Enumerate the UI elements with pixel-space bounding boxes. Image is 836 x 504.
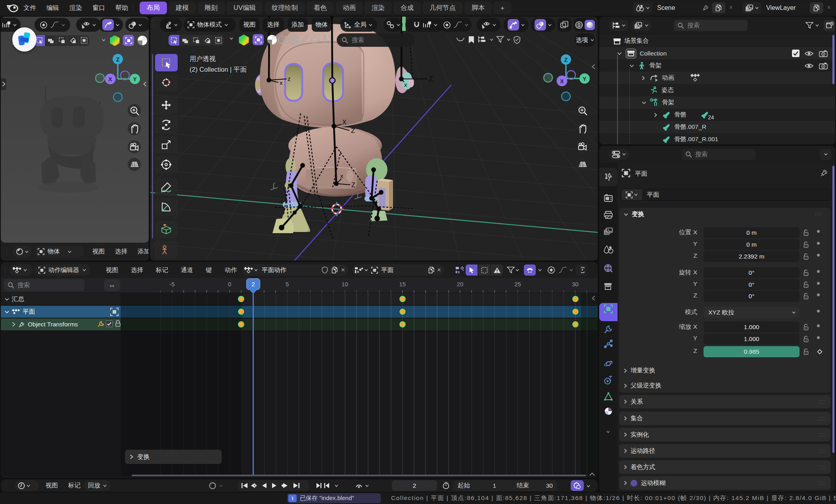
svg-text:Y: Y [583, 76, 587, 82]
svg-text:Z: Z [564, 57, 568, 63]
svg-text:Y: Y [133, 76, 137, 82]
svg-text:x: x [340, 172, 343, 179]
svg-text:Z: Z [429, 75, 433, 83]
svg-text:Z: Z [351, 127, 355, 134]
svg-text:x: x [280, 79, 283, 86]
svg-text:Z: Z [116, 56, 120, 63]
svg-text:X: X [108, 76, 112, 82]
svg-text:z: z [288, 75, 291, 82]
svg-text:X: X [560, 78, 564, 84]
svg-text:x: x [404, 81, 407, 88]
svg-text:X: X [342, 119, 347, 126]
svg-text:Z: Z [351, 182, 355, 188]
